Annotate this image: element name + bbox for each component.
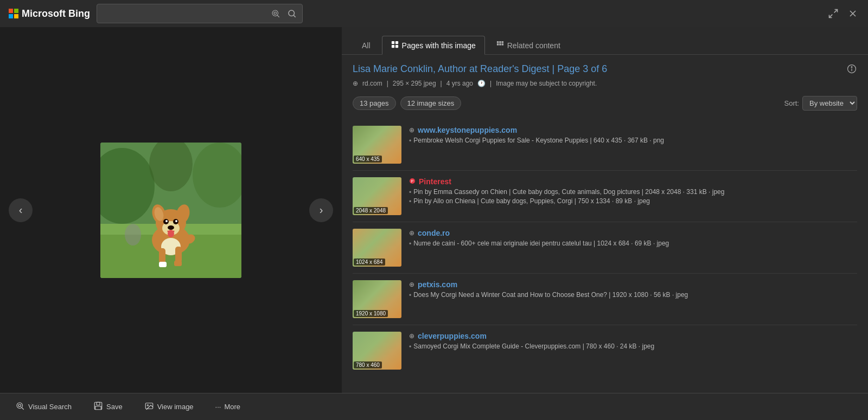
tab-related[interactable]: Related content	[487, 36, 570, 54]
result-site-row: ⊕conde.ro	[409, 229, 857, 237]
tab-pages-label: Pages with this image	[402, 41, 476, 50]
svg-rect-37	[391, 45, 394, 48]
svg-point-46	[851, 67, 852, 68]
svg-point-16	[125, 224, 141, 245]
more-label: More	[224, 403, 240, 411]
globe-icon: ⊕	[353, 80, 358, 87]
logo-red	[9, 9, 13, 13]
site-name[interactable]: petxis.com	[418, 280, 457, 289]
thumb-size-label: 1920 x 1080	[354, 310, 388, 317]
result-item: 1024 x 684⊕conde.ro•Nume de caini - 600+…	[353, 222, 857, 274]
expand-icon[interactable]	[827, 7, 840, 20]
svg-rect-44	[501, 43, 503, 46]
link-text[interactable]: Pembroke Welsh Corgi Puppies for Sale - …	[413, 137, 664, 144]
sort-select[interactable]: By website	[802, 96, 857, 111]
result-details: ⊕petxis.com•Does My Corgi Need a Winter …	[409, 280, 857, 300]
svg-rect-22	[174, 261, 182, 266]
result-details: ⊕www.keystonepuppies.com•Pembroke Welsh …	[409, 126, 857, 146]
filter-buttons: 13 pages 12 image sizes	[353, 96, 461, 110]
link-text[interactable]: Nume de caini - 600+ cele mai originale …	[413, 240, 669, 247]
link-text[interactable]: Samoyed Corgi Mix Complete Guide - Cleve…	[413, 343, 654, 350]
result-item: 2048 x 2048PPinterest•Pin by Emma Cassed…	[353, 171, 857, 222]
save-icon	[93, 401, 103, 412]
search-button[interactable]	[286, 8, 298, 20]
svg-rect-42	[497, 43, 499, 46]
svg-line-52	[22, 408, 24, 410]
link-text[interactable]: Does My Corgi Need a Winter Coat and How…	[413, 291, 688, 299]
result-thumb[interactable]: 1024 x 684	[353, 229, 401, 267]
thumb-size-label: 1024 x 684	[354, 259, 385, 266]
globe-icon: ⊕	[409, 229, 414, 237]
thumb-size-label: 780 x 460	[354, 361, 382, 369]
search-input[interactable]	[101, 9, 270, 18]
result-title: Lisa Marie Conklin, Author at Reader's D…	[353, 63, 857, 76]
svg-rect-36	[395, 41, 398, 44]
header-right	[827, 7, 859, 20]
svg-point-50	[17, 403, 23, 409]
bullet-icon: •	[409, 292, 411, 299]
close-icon[interactable]	[846, 7, 859, 20]
svg-rect-41	[501, 41, 503, 43]
search-icons	[270, 8, 298, 20]
bullet-icon: •	[409, 198, 411, 205]
result-title-link[interactable]: Lisa Marie Conklin, Author at Reader's D…	[353, 63, 607, 75]
tab-pages[interactable]: Pages with this image	[382, 36, 485, 55]
result-thumb[interactable]: 1920 x 1080	[353, 280, 401, 318]
result-thumb[interactable]: 640 x 435	[353, 126, 401, 164]
view-image-toolbar-item[interactable]: View image	[140, 398, 198, 416]
result-thumb[interactable]: 2048 x 2048	[353, 177, 401, 215]
bing-logo: Microsoft Bing	[9, 8, 90, 20]
svg-line-2	[277, 15, 279, 17]
corgi-image-svg	[100, 143, 241, 278]
site-name[interactable]: www.keystonepuppies.com	[418, 126, 517, 134]
result-thumb[interactable]: 780 x 460	[353, 332, 401, 370]
globe-icon: ⊕	[409, 126, 414, 134]
svg-rect-20	[159, 262, 167, 267]
results-list: 640 x 435⊕www.keystonepuppies.com•Pembro…	[342, 115, 868, 393]
svg-rect-38	[395, 45, 398, 48]
result-link: •Pembroke Welsh Corgi Puppies for Sale -…	[409, 137, 857, 145]
svg-rect-39	[497, 41, 499, 43]
save-toolbar-item[interactable]: Save	[89, 398, 127, 416]
filter-row: 13 pages 12 image sizes Sort: By website	[342, 92, 868, 115]
prev-image-button[interactable]: ‹	[9, 198, 33, 222]
bottom-toolbar: Visual Search Save View image ··· More	[0, 393, 868, 420]
link-text[interactable]: Pin by Emma Cassedy on Chien | Cute baby…	[413, 188, 724, 196]
pages-filter-btn[interactable]: 13 pages	[353, 96, 396, 110]
visual-search-toolbar-item[interactable]: Visual Search	[11, 398, 76, 416]
svg-rect-40	[499, 41, 501, 43]
more-toolbar-item[interactable]: ··· More	[211, 399, 245, 414]
svg-point-0	[272, 10, 278, 16]
result-site-row: ⊕petxis.com	[409, 280, 857, 289]
result-details: ⊕conde.ro•Nume de caini - 600+ cele mai …	[409, 229, 857, 249]
tab-related-label: Related content	[507, 41, 560, 50]
header: Microsoft Bing	[0, 0, 868, 27]
globe-icon: ⊕	[409, 332, 414, 340]
next-image-button[interactable]: ›	[309, 198, 333, 222]
result-item: 780 x 460⊕cleverpuppies.com•Samoyed Corg…	[353, 325, 857, 376]
svg-point-3	[289, 10, 295, 16]
result-site: rd.com	[362, 80, 382, 87]
site-name[interactable]: conde.ro	[418, 229, 450, 237]
copyright-notice: Image may be subject to copyright.	[496, 80, 597, 87]
sizes-filter-btn[interactable]: 12 image sizes	[400, 96, 462, 110]
site-name[interactable]: cleverpuppies.com	[418, 332, 487, 340]
info-icon-btn[interactable]	[846, 63, 857, 76]
result-age: 4 yrs ago	[446, 80, 473, 87]
result-info: Lisa Marie Conklin, Author at Reader's D…	[342, 55, 868, 92]
sort-control: Sort: By website	[784, 96, 857, 111]
visual-search-icon-btn[interactable]	[270, 8, 282, 20]
link-text[interactable]: Pin by Allo on Chiena | Cute baby dogs, …	[413, 197, 650, 205]
pinterest-icon: P	[409, 178, 416, 186]
result-site-row: ⊕www.keystonepuppies.com	[409, 126, 857, 134]
result-item: 1920 x 1080⊕petxis.com•Does My Corgi Nee…	[353, 274, 857, 325]
result-link: •Pin by Allo on Chiena | Cute baby dogs,…	[409, 197, 857, 205]
tab-all[interactable]: All	[353, 36, 380, 54]
tab-all-label: All	[362, 41, 371, 50]
site-name[interactable]: Pinterest	[419, 177, 451, 186]
clock-icon: 🕐	[477, 80, 486, 87]
visual-search-icon	[15, 401, 25, 412]
svg-line-5	[834, 10, 838, 13]
logo-blue	[9, 14, 13, 18]
result-site-row: PPinterest	[409, 177, 857, 186]
